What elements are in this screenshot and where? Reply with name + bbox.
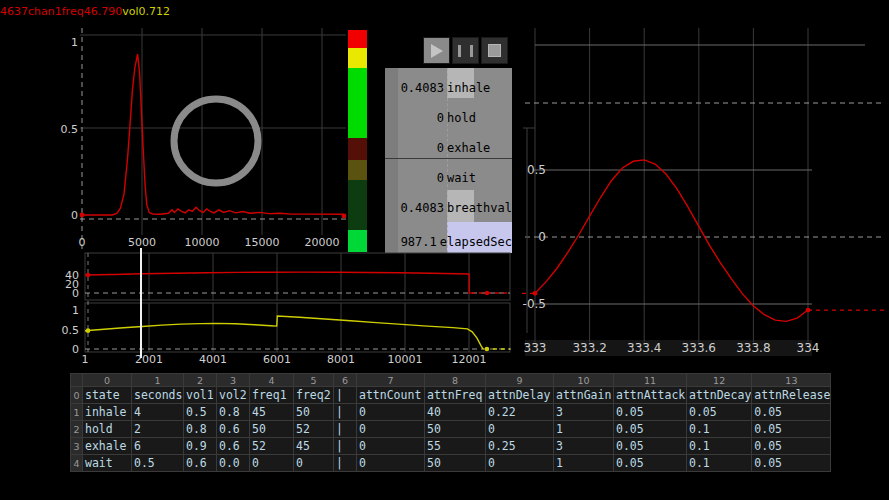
cell-r2-c9[interactable]: 0 <box>486 421 554 438</box>
cell-r2-c2[interactable]: 0.8 <box>184 421 217 438</box>
cell-r4-c11[interactable]: 0.05 <box>614 455 687 472</box>
pause-button[interactable] <box>452 37 479 64</box>
cell-r2-c3[interactable]: 0.6 <box>217 421 250 438</box>
cell-r1-c3[interactable]: 0.8 <box>217 404 250 421</box>
cell-r0-c12[interactable]: attnDecay <box>687 387 752 404</box>
elapsedsec-value[interactable]: 987.1 <box>385 234 437 250</box>
cell-r3-c2[interactable]: 0.9 <box>184 438 217 455</box>
cell-r1-c5[interactable]: 50 <box>294 404 334 421</box>
vol-series-label: vol <box>122 5 138 18</box>
cell-r2-c7[interactable]: 0 <box>357 421 425 438</box>
cell-r2-c8[interactable]: 50 <box>425 421 486 438</box>
cell-r4-c1[interactable]: 0.5 <box>132 455 184 472</box>
cell-r3-c5[interactable]: 45 <box>294 438 334 455</box>
cell-r1-c0[interactable]: inhale <box>83 404 132 421</box>
breathval-value[interactable]: 0.4083 <box>385 200 444 216</box>
app-window: 0.4083 inhale 0 hold 0 exhale 0 wait 0.4… <box>0 0 889 500</box>
cell-r2-c10[interactable]: 1 <box>554 421 614 438</box>
vol-y-tick: 0 <box>72 344 79 355</box>
cell-r2-c1[interactable]: 2 <box>132 421 184 438</box>
exhale-label: exhale <box>447 140 490 156</box>
col-index-7: 7 <box>357 374 425 387</box>
table-row-0: 0statesecondsvol1vol2freq1freq2|attnCoun… <box>71 387 831 404</box>
cell-r3-c8[interactable]: 55 <box>425 438 486 455</box>
vol-y-tick: 1 <box>72 305 79 316</box>
play-button[interactable] <box>423 37 450 64</box>
exhale-value[interactable]: 0 <box>385 140 444 156</box>
cell-r4-c10[interactable]: 1 <box>554 455 614 472</box>
cell-r2-c0[interactable]: hold <box>83 421 132 438</box>
cell-r3-c0[interactable]: exhale <box>83 438 132 455</box>
col-index-9: 9 <box>486 374 554 387</box>
wait-value[interactable]: 0 <box>385 170 444 186</box>
cell-r0-c9[interactable]: attnDelay <box>486 387 554 404</box>
cell-r1-c11[interactable]: 0.05 <box>614 404 687 421</box>
col-index-8: 8 <box>425 374 486 387</box>
cell-r3-c13[interactable]: 0.05 <box>752 438 831 455</box>
cell-r4-c2[interactable]: 0.6 <box>184 455 217 472</box>
cell-r4-c0[interactable]: wait <box>83 455 132 472</box>
cell-r3-c10[interactable]: 3 <box>554 438 614 455</box>
cell-r0-c2[interactable]: vol1 <box>184 387 217 404</box>
cell-r0-c3[interactable]: vol2 <box>217 387 250 404</box>
cell-r1-c1[interactable]: 4 <box>132 404 184 421</box>
cell-r1-c13[interactable]: 0.05 <box>752 404 831 421</box>
cell-r3-c3[interactable]: 0.6 <box>217 438 250 455</box>
cell-r4-c9[interactable]: 0 <box>486 455 554 472</box>
cell-r4-c6[interactable]: | <box>334 455 357 472</box>
cell-r1-c9[interactable]: 0.22 <box>486 404 554 421</box>
cell-r1-c8[interactable]: 40 <box>425 404 486 421</box>
readout-breathval: 0.4083 breathval <box>385 200 512 216</box>
status-panel: 0.4083 inhale 0 hold 0 exhale 0 wait 0.4… <box>385 68 512 253</box>
cell-r1-c7[interactable]: 0 <box>357 404 425 421</box>
cell-r1-c2[interactable]: 0.5 <box>184 404 217 421</box>
cell-r4-c12[interactable]: 0.1 <box>687 455 752 472</box>
cell-r1-c12[interactable]: 0.05 <box>687 404 752 421</box>
cell-r4-c3[interactable]: 0.0 <box>217 455 250 472</box>
cell-r4-c4[interactable]: 0 <box>250 455 294 472</box>
cell-r2-c13[interactable]: 0.05 <box>752 421 831 438</box>
readout-hold: 0 hold <box>385 110 512 126</box>
cell-r0-c7[interactable]: attnCount <box>357 387 425 404</box>
cell-r0-c11[interactable]: attnAttack <box>614 387 687 404</box>
cell-r0-c6[interactable]: | <box>334 387 357 404</box>
cell-r1-c4[interactable]: 45 <box>250 404 294 421</box>
cell-r1-c6[interactable]: | <box>334 404 357 421</box>
freq-series-label: freq <box>62 5 84 18</box>
cell-r2-c6[interactable]: | <box>334 421 357 438</box>
cell-r4-c13[interactable]: 0.05 <box>752 455 831 472</box>
cell-r0-c8[interactable]: attnFreq <box>425 387 486 404</box>
inhale-value[interactable]: 0.4083 <box>385 80 444 96</box>
readout-inhale: 0.4083 inhale <box>385 80 512 96</box>
cell-r4-c8[interactable]: 50 <box>425 455 486 472</box>
cell-r3-c12[interactable]: 0.1 <box>687 438 752 455</box>
stop-button[interactable] <box>481 37 508 64</box>
table-row-4: 4wait0.50.60.000|050010.050.10.05 <box>71 455 831 472</box>
cell-r2-c12[interactable]: 0.1 <box>687 421 752 438</box>
cell-r3-c4[interactable]: 52 <box>250 438 294 455</box>
cell-r0-c13[interactable]: attnRelease <box>752 387 831 404</box>
cell-r0-c5[interactable]: freq2 <box>294 387 334 404</box>
cell-r0-c4[interactable]: freq1 <box>250 387 294 404</box>
cell-r0-c0[interactable]: state <box>83 387 132 404</box>
playhead-cursor[interactable] <box>140 248 142 358</box>
cell-r3-c9[interactable]: 0.25 <box>486 438 554 455</box>
freq-y-tick: 20 <box>65 279 79 290</box>
table-row-2: 2hold20.80.65052|050010.050.10.05 <box>71 421 831 438</box>
cell-r0-c10[interactable]: attnGain <box>554 387 614 404</box>
hold-value[interactable]: 0 <box>385 110 444 126</box>
cell-r4-c5[interactable]: 0 <box>294 455 334 472</box>
cell-r2-c4[interactable]: 50 <box>250 421 294 438</box>
cell-r3-c1[interactable]: 6 <box>132 438 184 455</box>
freq-y-tick: 40 <box>65 270 79 281</box>
cell-r1-c10[interactable]: 3 <box>554 404 614 421</box>
cell-r2-c11[interactable]: 0.05 <box>614 421 687 438</box>
cell-r2-c5[interactable]: 52 <box>294 421 334 438</box>
table-row-3: 3exhale60.90.65245|0550.2530.050.10.05 <box>71 438 831 455</box>
cell-r3-c11[interactable]: 0.05 <box>614 438 687 455</box>
cell-r3-c6[interactable]: | <box>334 438 357 455</box>
cell-r4-c7[interactable]: 0 <box>357 455 425 472</box>
cell-r0-c1[interactable]: seconds <box>132 387 184 404</box>
spectrum-y-tick: 0 <box>71 210 78 221</box>
cell-r3-c7[interactable]: 0 <box>357 438 425 455</box>
